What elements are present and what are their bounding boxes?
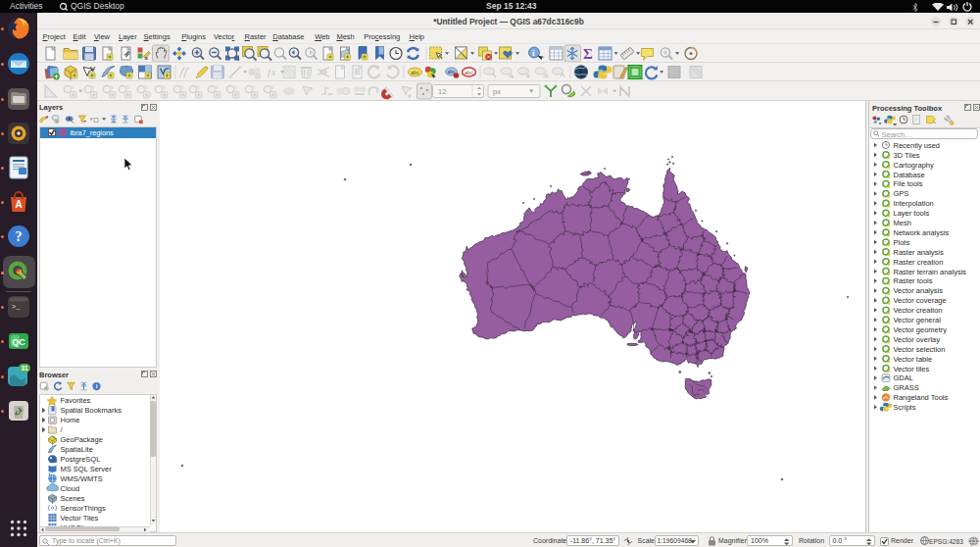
svg-text:Mesh: Mesh <box>893 219 910 227</box>
svg-text:GRASS: GRASS <box>893 383 918 392</box>
svg-text:Favorites: Favorites <box>61 396 91 405</box>
svg-text:3D Tiles: 3D Tiles <box>893 151 919 160</box>
svg-text:Scenes: Scenes <box>61 494 85 503</box>
svg-text:Vector selection: Vector selection <box>893 345 945 354</box>
svg-text:Vector overlay: Vector overlay <box>893 335 940 344</box>
svg-text:WMS/WMTS: WMS/WMTS <box>61 474 103 483</box>
svg-text:Raster creation: Raster creation <box>893 258 943 267</box>
svg-text:Vector geometry: Vector geometry <box>893 325 947 334</box>
svg-text:Σ: Σ <box>583 46 593 62</box>
svg-text:abc: abc <box>465 70 473 75</box>
svg-text:?: ? <box>16 229 23 244</box>
svg-text:Vector Tiles: Vector Tiles <box>61 514 99 522</box>
svg-text:Vector table: Vector table <box>893 355 932 364</box>
svg-text:ƒx: ƒx <box>267 68 276 77</box>
svg-text:>_: >_ <box>12 303 21 311</box>
svg-text:GDAL: GDAL <box>893 373 912 382</box>
svg-text:31: 31 <box>21 365 28 372</box>
svg-text:SpatiaLite: SpatiaLite <box>61 445 93 454</box>
svg-text:Layer tools: Layer tools <box>893 209 929 218</box>
svg-text:Interpolation: Interpolation <box>893 199 933 208</box>
svg-text:Vector analysis: Vector analysis <box>893 286 943 295</box>
svg-text:Database: Database <box>893 171 924 179</box>
svg-text:Cartography: Cartography <box>893 161 934 170</box>
svg-text:Rangeland Tools: Rangeland Tools <box>893 393 948 402</box>
svg-text:Cloud: Cloud <box>61 484 80 493</box>
svg-text:abc: abc <box>411 70 419 75</box>
svg-text:GPS: GPS <box>893 189 908 198</box>
svg-text:12: 12 <box>438 87 446 96</box>
svg-text:File tools: File tools <box>893 179 922 188</box>
svg-text:QC: QC <box>12 337 25 347</box>
svg-text:Home: Home <box>61 416 80 424</box>
svg-text:Vector creation: Vector creation <box>893 306 942 315</box>
svg-text:/: / <box>61 425 64 434</box>
svg-text:Raster terrain analysis: Raster terrain analysis <box>893 268 966 276</box>
svg-text:Recently used: Recently used <box>893 141 940 150</box>
svg-text:Vector coverage: Vector coverage <box>893 296 946 305</box>
svg-text:Plots: Plots <box>893 238 909 247</box>
svg-text:Raster tools: Raster tools <box>893 276 932 285</box>
svg-text:MS SQL Server: MS SQL Server <box>61 465 113 473</box>
svg-text:Vector tiles: Vector tiles <box>893 365 929 373</box>
svg-text:SensorThings: SensorThings <box>61 504 107 513</box>
svg-text:Spatial Bookmarks: Spatial Bookmarks <box>61 406 122 415</box>
svg-text:Raster analysis: Raster analysis <box>893 248 944 257</box>
svg-text:Scripts: Scripts <box>893 403 915 412</box>
svg-text:V: V <box>90 65 96 74</box>
svg-text:ε: ε <box>90 115 93 122</box>
svg-text:Vector general: Vector general <box>893 316 941 324</box>
svg-text:Network analysis: Network analysis <box>893 228 949 237</box>
svg-text:px: px <box>493 87 501 96</box>
svg-text:GeoPackage: GeoPackage <box>61 435 103 444</box>
svg-text:PostgreSQL: PostgreSQL <box>61 455 101 464</box>
svg-text:A: A <box>15 199 22 210</box>
